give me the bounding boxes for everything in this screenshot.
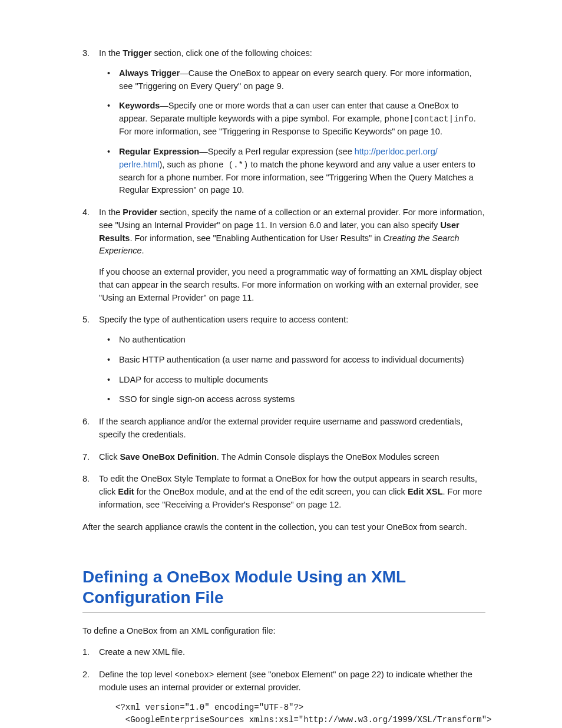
- ordered-list-xml: 1. Create a new XML file. 2. Define the …: [82, 646, 485, 728]
- sub-bullets: No authentication Basic HTTP authenticat…: [99, 334, 485, 406]
- text: In the Provider section, specify the nam…: [99, 206, 485, 258]
- list-item-5: 5. Specify the type of authentication us…: [82, 314, 485, 406]
- marker: 3.: [82, 47, 90, 60]
- text-secondary: If you choose an external provider, you …: [99, 266, 485, 304]
- list-item-7: 7. Click Save OneBox Definition. The Adm…: [82, 451, 485, 464]
- section-intro: To define a OneBox from an XML configura…: [82, 625, 485, 638]
- marker: 6.: [82, 416, 90, 429]
- marker: 5.: [82, 314, 90, 327]
- marker: 8.: [82, 473, 90, 486]
- marker: 7.: [82, 451, 90, 464]
- xml-step-2: 2. Define the top level <onebox> element…: [82, 668, 485, 728]
- ordered-list-main: 3. In the Trigger section, click one of …: [82, 47, 485, 512]
- text: Define the top level <onebox> element (s…: [99, 670, 472, 692]
- list-item-8: 8. To edit the OneBox Style Template to …: [82, 473, 485, 511]
- bullet-basic: Basic HTTP authentication (a user name a…: [99, 354, 485, 367]
- list-item-4: 4. In the Provider section, specify the …: [82, 206, 485, 304]
- text: If the search appliance and/or the exter…: [99, 417, 462, 439]
- bullet-regex: Regular Expression—Specify a Perl regula…: [99, 146, 485, 197]
- text: To edit the OneBox Style Template to for…: [99, 474, 482, 509]
- text: Click Save OneBox Definition. The Admin …: [99, 452, 439, 462]
- bullet-sso: SSO for single sign-on access across sys…: [99, 393, 485, 406]
- xml-step-1: 1. Create a new XML file.: [82, 646, 485, 659]
- bullet-keywords: Keywords—Specify one or more words that …: [99, 100, 485, 139]
- list-item-3: 3. In the Trigger section, click one of …: [82, 47, 485, 197]
- section-heading: Defining a OneBox Module Using an XML Co…: [82, 566, 485, 613]
- marker: 4.: [82, 206, 90, 219]
- after-list-paragraph: After the search appliance crawls the co…: [82, 521, 485, 534]
- bullet-ldap: LDAP for access to multiple documents: [99, 374, 485, 387]
- code-block: <?xml version="1.0" encoding="UTF-8"?> <…: [115, 701, 485, 729]
- marker: 1.: [82, 646, 90, 659]
- text: Specify the type of authentication users…: [99, 315, 348, 324]
- sub-bullets: Always Trigger—Cause the OneBox to appea…: [99, 67, 485, 197]
- text: In the Trigger section, click one of the…: [99, 48, 312, 58]
- list-item-6: 6. If the search appliance and/or the ex…: [82, 416, 485, 442]
- bullet-always-trigger: Always Trigger—Cause the OneBox to appea…: [99, 67, 485, 93]
- marker: 2.: [82, 668, 90, 681]
- bullet-noauth: No authentication: [99, 334, 485, 347]
- text: Create a new XML file.: [99, 647, 185, 657]
